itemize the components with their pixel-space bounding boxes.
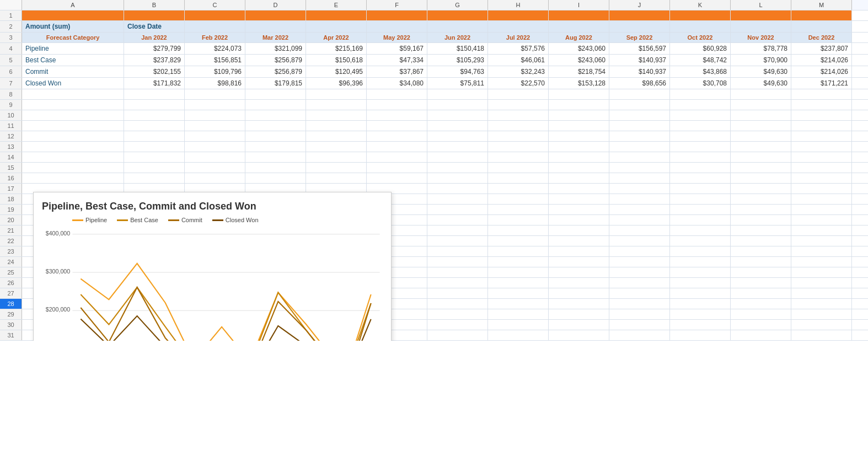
row-num-2[interactable]: 2	[0, 21, 22, 32]
cell-H19[interactable]	[488, 205, 549, 214]
cell-I21[interactable]	[549, 225, 609, 235]
cell-l5[interactable]: $70,900	[731, 55, 791, 66]
cell-G22[interactable]	[427, 236, 488, 246]
cell-I20[interactable]	[549, 215, 609, 225]
cell-f4[interactable]: $59,167	[367, 43, 427, 54]
cell-M25[interactable]	[791, 267, 852, 277]
cell-b7[interactable]: $171,832	[124, 78, 185, 89]
cell-H28[interactable]	[488, 299, 549, 309]
cell-J22[interactable]	[609, 236, 670, 246]
cell-G15[interactable]	[427, 163, 488, 173]
cell-G14[interactable]	[427, 152, 488, 162]
cell-e2[interactable]	[306, 21, 367, 32]
cell-I19[interactable]	[549, 205, 609, 214]
cell-A8[interactable]	[22, 89, 124, 99]
cell-K19[interactable]	[670, 205, 731, 214]
cell-B8[interactable]	[124, 89, 185, 99]
cell-L27[interactable]	[731, 288, 791, 298]
row-num-12[interactable]: 12	[0, 131, 22, 141]
cell-F14[interactable]	[367, 152, 427, 162]
cell-j1[interactable]	[609, 10, 670, 20]
row-num-28[interactable]: 28	[0, 299, 22, 309]
row-num-21[interactable]: 21	[0, 225, 22, 235]
cell-c5[interactable]: $156,851	[185, 55, 245, 66]
row-num-11[interactable]: 11	[0, 121, 22, 131]
cell-J9[interactable]	[609, 100, 670, 110]
cell-G30[interactable]	[427, 320, 488, 330]
cell-a2[interactable]: Amount (sum)	[22, 21, 124, 32]
cell-F11[interactable]	[367, 121, 427, 131]
cell-M19[interactable]	[791, 205, 852, 214]
cell-m6[interactable]: $214,026	[791, 66, 852, 77]
cell-K11[interactable]	[670, 121, 731, 131]
cell-k4[interactable]: $60,928	[670, 43, 731, 54]
cell-c2[interactable]	[185, 21, 245, 32]
cell-D12[interactable]	[245, 131, 306, 141]
row-num-7[interactable]: 7	[0, 78, 22, 89]
cell-K25[interactable]	[670, 267, 731, 277]
cell-M30[interactable]	[791, 320, 852, 330]
cell-J24[interactable]	[609, 257, 670, 267]
cell-E16[interactable]	[306, 173, 367, 183]
cell-g5[interactable]: $105,293	[427, 55, 488, 66]
cell-B15[interactable]	[124, 163, 185, 173]
cell-M23[interactable]	[791, 246, 852, 256]
cell-J20[interactable]	[609, 215, 670, 225]
col-header-a[interactable]: A	[22, 0, 124, 10]
cell-d3[interactable]: Mar 2022	[245, 33, 306, 42]
cell-L18[interactable]	[731, 194, 791, 204]
cell-g7[interactable]: $75,811	[427, 78, 488, 89]
cell-C10[interactable]	[185, 110, 245, 120]
col-header-j[interactable]: J	[609, 0, 670, 10]
cell-c6[interactable]: $109,796	[185, 66, 245, 77]
cell-J16[interactable]	[609, 173, 670, 183]
cell-G24[interactable]	[427, 257, 488, 267]
cell-M22[interactable]	[791, 236, 852, 246]
cell-I18[interactable]	[549, 194, 609, 204]
cell-C8[interactable]	[185, 89, 245, 99]
cell-M14[interactable]	[791, 152, 852, 162]
cell-M11[interactable]	[791, 121, 852, 131]
cell-A16[interactable]	[22, 173, 124, 183]
col-header-f[interactable]: F	[367, 0, 427, 10]
cell-g6[interactable]: $94,763	[427, 66, 488, 77]
cell-l4[interactable]: $78,778	[731, 43, 791, 54]
cell-h5[interactable]: $46,061	[488, 55, 549, 66]
cell-G17[interactable]	[427, 184, 488, 194]
cell-J18[interactable]	[609, 194, 670, 204]
cell-K16[interactable]	[670, 173, 731, 183]
cell-b6[interactable]: $202,155	[124, 66, 185, 77]
cell-D13[interactable]	[245, 142, 306, 152]
cell-L31[interactable]	[731, 330, 791, 340]
row-num-1[interactable]: 1	[0, 10, 22, 20]
cell-e1[interactable]	[306, 10, 367, 20]
cell-I25[interactable]	[549, 267, 609, 277]
cell-L11[interactable]	[731, 121, 791, 131]
cell-E12[interactable]	[306, 131, 367, 141]
cell-j5[interactable]: $140,937	[609, 55, 670, 66]
cell-a7[interactable]: Closed Won	[22, 78, 124, 89]
cell-C15[interactable]	[185, 163, 245, 173]
cell-M9[interactable]	[791, 100, 852, 110]
cell-I30[interactable]	[549, 320, 609, 330]
cell-H25[interactable]	[488, 267, 549, 277]
row-num-4[interactable]: 4	[0, 43, 22, 54]
cell-A10[interactable]	[22, 110, 124, 120]
cell-E11[interactable]	[306, 121, 367, 131]
cell-H30[interactable]	[488, 320, 549, 330]
cell-K12[interactable]	[670, 131, 731, 141]
cell-d5[interactable]: $256,879	[245, 55, 306, 66]
row-num-3[interactable]: 3	[0, 33, 22, 42]
cell-J28[interactable]	[609, 299, 670, 309]
cell-a1[interactable]	[22, 10, 124, 20]
cell-m2[interactable]	[791, 21, 852, 32]
cell-L24[interactable]	[731, 257, 791, 267]
cell-D15[interactable]	[245, 163, 306, 173]
cell-K24[interactable]	[670, 257, 731, 267]
cell-H26[interactable]	[488, 278, 549, 288]
cell-I11[interactable]	[549, 121, 609, 131]
cell-b5[interactable]: $237,829	[124, 55, 185, 66]
cell-A14[interactable]	[22, 152, 124, 162]
cell-j6[interactable]: $140,937	[609, 66, 670, 77]
row-num-30[interactable]: 30	[0, 320, 22, 330]
